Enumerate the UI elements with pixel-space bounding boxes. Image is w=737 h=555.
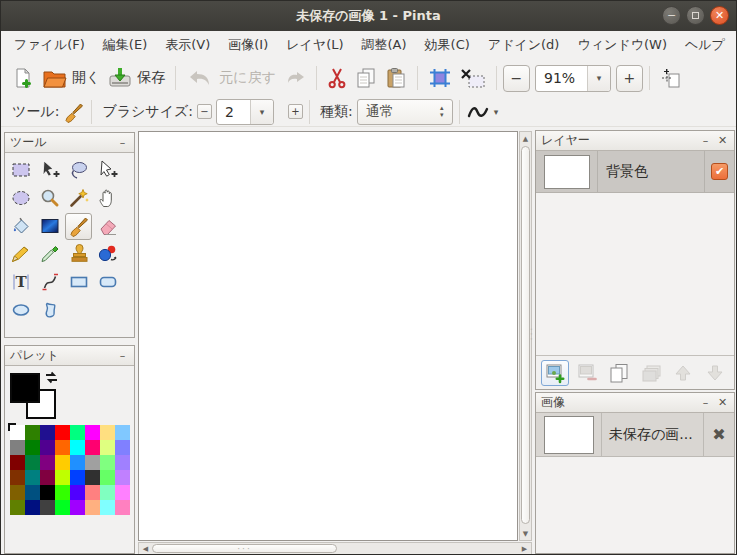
panel-close-button[interactable]: ✕: [716, 396, 729, 409]
zoom-tool[interactable]: [36, 185, 63, 212]
vertical-scrollbar[interactable]: ▲ ··· ▼: [519, 131, 532, 541]
palette-swatch[interactable]: [25, 470, 40, 485]
vertical-scrollbar-thumb[interactable]: ···: [521, 146, 530, 524]
palette-swatch[interactable]: [40, 425, 55, 440]
palette-swatch[interactable]: [115, 500, 130, 515]
rectangle-select-tool[interactable]: [7, 157, 34, 184]
recolor-tool[interactable]: [94, 241, 121, 268]
menu-view[interactable]: 表示(V): [156, 32, 219, 58]
palette-swatch[interactable]: [70, 470, 85, 485]
menu-addins[interactable]: アドイン(d): [479, 32, 569, 58]
clone-stamp-tool[interactable]: [65, 241, 92, 268]
rectangle-tool[interactable]: [65, 269, 92, 296]
layer-visible-checkbox[interactable]: ✔: [711, 163, 728, 180]
menu-edit[interactable]: 編集(E): [94, 32, 156, 58]
freeform-shape-tool[interactable]: [36, 297, 63, 324]
palette-swatch[interactable]: [85, 440, 100, 455]
menu-help[interactable]: ヘルプ: [676, 32, 734, 58]
image-row[interactable]: 未保存の画... ✖: [536, 413, 734, 457]
add-layer-button[interactable]: [541, 360, 569, 386]
scroll-down-icon[interactable]: ▼: [520, 527, 531, 540]
paste-button[interactable]: [381, 65, 411, 91]
current-tool-paintbrush-icon[interactable]: [63, 101, 85, 123]
ellipse-tool[interactable]: [7, 297, 34, 324]
palette-swatch[interactable]: [85, 500, 100, 515]
palette-swatch[interactable]: [100, 425, 115, 440]
lasso-select-tool[interactable]: [65, 157, 92, 184]
primary-color-swatch[interactable]: [10, 373, 40, 403]
open-button[interactable]: 開く: [38, 65, 104, 91]
palette-swatch[interactable]: [70, 485, 85, 500]
palette-swatch[interactable]: [70, 455, 85, 470]
undo-button[interactable]: 元に戻す: [182, 66, 280, 90]
resize-canvas-button[interactable]: [656, 65, 686, 91]
scroll-right-icon[interactable]: ▶: [518, 543, 531, 554]
palette-swatch[interactable]: [115, 425, 130, 440]
palette-swatch[interactable]: [70, 500, 85, 515]
move-selected-tool[interactable]: [94, 157, 121, 184]
minimize-button[interactable]: −: [662, 6, 681, 25]
pan-tool[interactable]: [94, 185, 121, 212]
color-picker-tool[interactable]: [36, 241, 63, 268]
palette-swatch[interactable]: [40, 500, 55, 515]
palette-swatch[interactable]: [10, 440, 25, 455]
menu-effects[interactable]: 効果(C): [416, 32, 479, 58]
menu-layer[interactable]: レイヤ(L): [277, 32, 352, 58]
brush-size-combo[interactable]: 2 ▾: [216, 99, 274, 125]
horizontal-scrollbar-thumb[interactable]: ···: [152, 544, 337, 553]
blend-type-combo[interactable]: 通常 ▴▾: [357, 99, 453, 125]
rounded-rectangle-tool[interactable]: [94, 269, 121, 296]
new-image-button[interactable]: [8, 65, 38, 91]
menu-file[interactable]: ファイル(F): [5, 32, 94, 58]
copy-button[interactable]: [351, 65, 381, 91]
panel-close-button[interactable]: ✕: [716, 134, 729, 147]
close-image-button[interactable]: ✖: [704, 413, 734, 456]
close-button[interactable]: ✕: [710, 6, 729, 25]
zoom-level-combo[interactable]: 91% ▾: [535, 65, 611, 92]
palette-swatch[interactable]: [55, 470, 70, 485]
palette-swatch[interactable]: [115, 485, 130, 500]
palette-swatch[interactable]: [25, 425, 40, 440]
zoom-out-button[interactable]: −: [503, 65, 530, 92]
merge-layer-down-button[interactable]: [637, 360, 665, 386]
palette-swatch[interactable]: [115, 470, 130, 485]
palette-swatch[interactable]: [85, 470, 100, 485]
ellipse-select-tool[interactable]: [7, 185, 34, 212]
brush-stroke-style-icon[interactable]: [466, 104, 490, 120]
maximize-button[interactable]: [686, 6, 705, 25]
text-tool[interactable]: T: [7, 269, 34, 296]
palette-swatch[interactable]: [40, 440, 55, 455]
scroll-left-icon[interactable]: ◀: [139, 543, 152, 554]
layer-row[interactable]: 背景色 ✔: [536, 151, 734, 193]
palette-swatch[interactable]: [25, 485, 40, 500]
brush-size-decrease-button[interactable]: −: [197, 104, 212, 119]
menu-window[interactable]: ウィンドウ(W): [568, 32, 676, 58]
palette-swatch[interactable]: [55, 440, 70, 455]
move-layer-down-button[interactable]: [701, 360, 729, 386]
palette-swatch[interactable]: [115, 455, 130, 470]
pencil-tool[interactable]: [7, 241, 34, 268]
duplicate-layer-button[interactable]: [605, 360, 633, 386]
palette-swatch[interactable]: [100, 470, 115, 485]
palette-swatch[interactable]: [10, 470, 25, 485]
chevron-down-icon[interactable]: ▾: [250, 100, 273, 124]
palette-swatch[interactable]: [10, 485, 25, 500]
horizontal-scrollbar[interactable]: ◀ ··· ▶: [138, 542, 532, 555]
palette-swatch[interactable]: [115, 440, 130, 455]
chevron-down-icon[interactable]: ▾: [494, 107, 499, 117]
move-selection-tool[interactable]: [36, 157, 63, 184]
chevron-down-icon[interactable]: ▾: [587, 66, 610, 91]
menu-adjustments[interactable]: 調整(A): [353, 32, 416, 58]
palette-swatch[interactable]: [40, 455, 55, 470]
line-curve-tool[interactable]: [36, 269, 63, 296]
palette-swatch[interactable]: [55, 500, 70, 515]
palette-swatch[interactable]: [70, 425, 85, 440]
brush-size-increase-button[interactable]: +: [288, 104, 303, 119]
palette-swatch[interactable]: [10, 500, 25, 515]
magic-wand-tool[interactable]: [65, 185, 92, 212]
move-layer-up-button[interactable]: [669, 360, 697, 386]
gradient-tool[interactable]: [36, 213, 63, 240]
menu-image[interactable]: 画像(I): [219, 32, 277, 58]
crop-to-selection-button[interactable]: [424, 65, 456, 91]
redo-button[interactable]: [280, 67, 310, 89]
